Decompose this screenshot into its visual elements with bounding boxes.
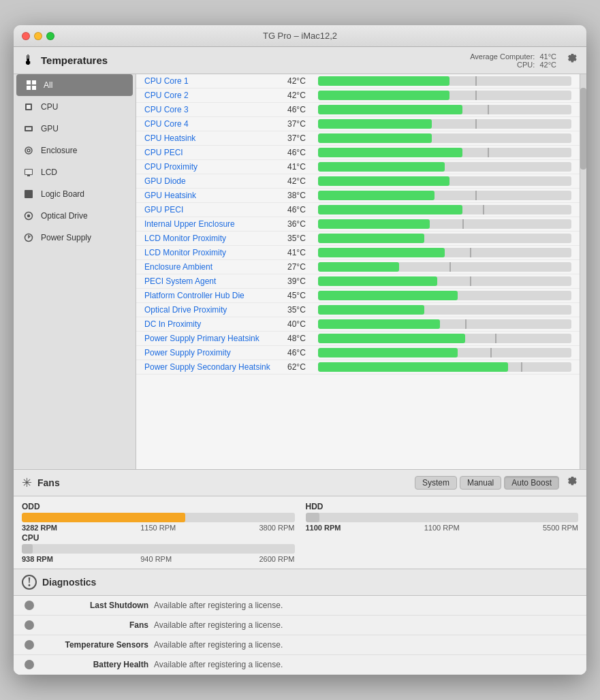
fan-hdd-range: 1100 RPM 1100 RPM 5500 RPM bbox=[306, 524, 579, 532]
temp-bar bbox=[318, 319, 440, 329]
cpu-icon bbox=[22, 100, 35, 114]
fan-placeholder bbox=[306, 533, 579, 563]
sidebar-item-all[interactable]: All bbox=[16, 74, 133, 96]
temp-value: 36°C bbox=[287, 219, 318, 229]
temp-bar-marker bbox=[475, 91, 477, 100]
temp-row: Power Supply Primary Heatsink48°C bbox=[136, 332, 580, 346]
temp-bar-container bbox=[318, 291, 571, 300]
cpu-avg-value: 42°C bbox=[539, 61, 556, 69]
diagnostics-status-circle bbox=[25, 601, 34, 610]
temp-row: CPU PECI46°C bbox=[136, 146, 580, 160]
temp-gear-button[interactable] bbox=[566, 53, 578, 67]
diagnostics-header: ! Diagnostics bbox=[14, 569, 586, 596]
optical-drive-icon bbox=[22, 209, 35, 223]
fan-hdd: HDD 1100 RPM 1100 RPM 5500 RPM bbox=[306, 502, 579, 532]
temperatures-title: Temperatures bbox=[41, 54, 108, 66]
temp-bar-marker bbox=[521, 362, 522, 372]
sidebar-item-logic-board[interactable]: Logic Board bbox=[14, 183, 136, 205]
fans-gear-button[interactable] bbox=[566, 476, 578, 490]
lcd-icon bbox=[22, 165, 35, 179]
temp-name: GPU PECI bbox=[144, 205, 287, 214]
sidebar: AllCPUGPUEnclosureLCDLogic BoardOptical … bbox=[14, 74, 136, 469]
temp-row: GPU PECI46°C bbox=[136, 203, 580, 217]
temp-row: Power Supply Secondary Heatsink62°C bbox=[136, 360, 580, 375]
fans-header-left: ✳ Fans bbox=[22, 475, 60, 490]
temp-name: Power Supply Proximity bbox=[144, 348, 287, 357]
temp-bar-container bbox=[318, 133, 571, 143]
fans-mode-buttons: System Manual Auto Boost bbox=[415, 476, 578, 490]
system-mode-button[interactable]: System bbox=[415, 476, 457, 490]
sidebar-item-power-supply[interactable]: Power Supply bbox=[14, 227, 136, 249]
fan-odd-name: ODD bbox=[22, 502, 295, 511]
temp-row: GPU Diode42°C bbox=[136, 174, 580, 189]
fan-hdd-max: 5500 RPM bbox=[543, 524, 578, 532]
temp-bar-container bbox=[318, 262, 571, 272]
temp-bar bbox=[318, 362, 508, 372]
sidebar-item-optical-drive[interactable]: Optical Drive bbox=[14, 205, 136, 227]
scrollbar-thumb[interactable] bbox=[580, 88, 586, 170]
diagnostics-status-circle bbox=[25, 640, 34, 650]
fans-title: Fans bbox=[37, 477, 60, 488]
svg-rect-0 bbox=[27, 80, 31, 84]
temp-value: 42°C bbox=[287, 76, 318, 86]
enclosure-label: Enclosure bbox=[41, 146, 77, 155]
manual-mode-button[interactable]: Manual bbox=[460, 476, 501, 490]
svg-rect-15 bbox=[29, 191, 31, 193]
sidebar-item-enclosure[interactable]: Enclosure bbox=[14, 140, 136, 161]
temp-name: LCD Monitor Proximity bbox=[144, 234, 287, 243]
diagnostics-title: Diagnostics bbox=[42, 577, 96, 588]
diagnostics-row: Temperature SensorsAvailable after regis… bbox=[14, 635, 586, 655]
fan-cpu-max: 2600 RPM bbox=[259, 555, 295, 563]
fan-odd-min: 1150 RPM bbox=[140, 524, 176, 532]
temp-value: 46°C bbox=[287, 205, 318, 214]
temp-row: LCD Monitor Proximity41°C bbox=[136, 246, 580, 260]
fan-hdd-min: 1100 RPM bbox=[424, 524, 460, 532]
temp-bar-marker bbox=[490, 348, 492, 357]
temp-value: 27°C bbox=[287, 262, 318, 272]
maximize-button[interactable] bbox=[46, 32, 54, 40]
auto-boost-mode-button[interactable]: Auto Boost bbox=[504, 476, 559, 490]
temp-bar-container bbox=[318, 305, 571, 315]
gear-icon bbox=[566, 53, 578, 65]
temp-bar-marker bbox=[465, 319, 467, 329]
fans-row-1: ODD 3282 RPM 1150 RPM 3800 RPM HDD bbox=[22, 502, 578, 532]
diagnostics-label: Last Shutdown bbox=[40, 601, 148, 610]
optical-drive-label: Optical Drive bbox=[41, 211, 88, 221]
diagnostics-status-circle bbox=[25, 660, 34, 669]
temp-bar-container bbox=[318, 162, 571, 172]
svg-point-8 bbox=[25, 147, 32, 154]
sidebar-item-lcd[interactable]: LCD bbox=[14, 161, 136, 183]
svg-rect-13 bbox=[25, 190, 33, 198]
temp-bar-container bbox=[318, 276, 571, 286]
temp-bar-marker bbox=[475, 191, 477, 200]
temp-bar bbox=[318, 276, 437, 286]
temp-row: Platform Controller Hub Die45°C bbox=[136, 289, 580, 303]
svg-point-9 bbox=[27, 149, 30, 152]
temp-value: 42°C bbox=[287, 176, 318, 186]
close-button[interactable] bbox=[22, 32, 30, 40]
diagnostics-value: Available after registering a license. bbox=[154, 601, 283, 610]
sidebar-item-cpu[interactable]: CPU bbox=[14, 96, 136, 118]
svg-rect-12 bbox=[25, 170, 32, 174]
fan-cpu-bar bbox=[22, 544, 33, 554]
temp-bar-container bbox=[318, 105, 571, 114]
diagnostics-row: Last ShutdownAvailable after registering… bbox=[14, 596, 586, 616]
temp-bar bbox=[318, 234, 424, 243]
minimize-button[interactable] bbox=[34, 32, 42, 40]
temp-name: Platform Controller Hub Die bbox=[144, 291, 287, 300]
sidebar-item-gpu[interactable]: GPU bbox=[14, 118, 136, 140]
scrollbar-track[interactable] bbox=[580, 74, 586, 469]
temp-bar bbox=[318, 262, 399, 272]
temp-bar-container bbox=[318, 334, 571, 343]
temp-name: CPU Heatsink bbox=[144, 133, 287, 143]
temp-row: LCD Monitor Proximity35°C bbox=[136, 232, 580, 246]
temp-value: 41°C bbox=[287, 248, 318, 257]
avg-info: Average Computer: 41°C CPU: 42°C bbox=[470, 52, 556, 69]
temp-bar bbox=[318, 305, 424, 315]
diagnostics-icon: ! bbox=[22, 575, 37, 590]
diagnostics-list: Last ShutdownAvailable after registering… bbox=[14, 596, 586, 675]
diagnostics-status-circle bbox=[25, 620, 34, 630]
fan-cpu-rpm: 938 RPM bbox=[22, 555, 53, 563]
temp-value: 35°C bbox=[287, 305, 318, 315]
temp-bar-container bbox=[318, 234, 571, 243]
